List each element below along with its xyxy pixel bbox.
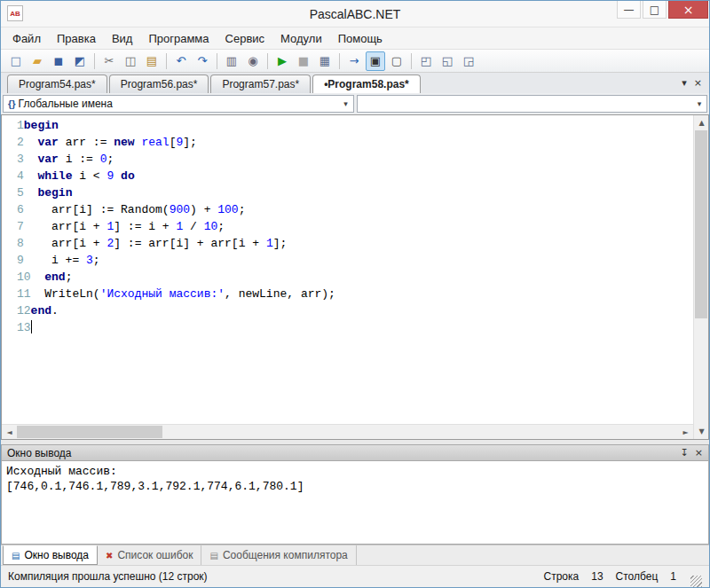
line-number: 1 [2,117,24,134]
window-code-icon[interactable]: ◰ [416,51,436,71]
code-line[interactable]: 7 arr[i + 1] := i + 1 / 10; [2,218,693,235]
code-line[interactable]: 8 arr[i + 2] := arr[i] + arr[i + 1]; [2,235,693,252]
output-panel-controls: ↧ × [681,447,703,459]
vertical-scroll-track[interactable] [694,130,708,424]
output-line: [746,0.1,746.1,789,3.1,792.1,774,6.1,780… [6,479,704,494]
search-icon[interactable]: ◉ [243,51,263,71]
tab-bar-controls: ▾ × [682,73,709,93]
run-icon[interactable]: ▶ [272,51,292,71]
minimize-button[interactable]: — [617,1,641,19]
new-file-icon[interactable]: □ [6,51,26,71]
undo-icon[interactable]: ↶ [171,51,191,71]
close-panel-icon[interactable]: × [695,447,703,459]
code-line[interactable]: 11 WriteLn('Исходный массив:', newLine, … [2,286,693,302]
vertical-scrollbar[interactable]: ▲ ▼ [693,115,708,439]
cut-icon[interactable]: ✂ [99,51,119,71]
app-icon-text: AB [10,10,20,18]
code-area[interactable]: 1begin2 var arr := new real[9];3 var i :… [2,115,693,424]
copy-icon[interactable]: ◫ [121,51,140,71]
code-line[interactable]: 10 end; [2,269,693,286]
bottom-tab-output[interactable]: ▤Окно вывода [3,545,98,565]
editor-area: 1begin2 var arr := new real[9];3 var i :… [1,114,709,440]
maximize-button[interactable]: □ [643,1,667,19]
save-icon[interactable]: ◼ [49,51,68,71]
code-line[interactable]: 4 while i < 9 do [2,168,693,184]
code-line[interactable]: 6 arr[i] := Random(900) + 100; [2,201,693,218]
scope-combobox[interactable]: {} Глобальные имена ▾ [3,95,354,113]
code-line[interactable]: 13 [2,319,693,336]
document-tab[interactable]: •Program58.pas* [312,74,421,93]
stop-icon[interactable]: ■ [294,51,313,71]
code-text: var arr := new real[9]; [24,134,693,151]
text-caret [31,320,32,333]
app-icon: AB [7,5,23,21]
step-icon[interactable]: → [344,51,364,71]
tab-list-chevron-icon[interactable]: ▾ [682,77,687,89]
scroll-left-icon[interactable]: ◄ [2,425,17,440]
code-text: begin [24,117,693,134]
menu-item[interactable]: Модули [272,29,330,48]
compiler-messages-icon: ▤ [209,551,217,561]
menu-item[interactable]: Файл [4,29,49,48]
output-panel-title: Окно вывода [7,447,72,459]
scroll-up-icon[interactable]: ▲ [694,115,709,130]
compile-icon[interactable]: ▦ [315,51,335,71]
member-combobox[interactable]: ▾ [357,95,708,113]
output-panel-header: Окно вывода ↧ × [1,444,709,461]
code-line[interactable]: 5 begin [2,184,693,201]
scroll-right-icon[interactable]: ► [678,425,693,440]
code-line[interactable]: 9 i += 3; [2,252,693,269]
save-all-icon[interactable]: ◩ [70,51,90,71]
window-layout-icon[interactable]: ◲ [459,51,478,71]
code-line[interactable]: 1begin [2,117,693,134]
close-tab-icon[interactable]: × [694,77,702,89]
bottom-tab-errors[interactable]: ✖Список ошибок [98,545,201,565]
output-content[interactable]: Исходный массив:[746,0.1,746.1,789,3.1,7… [1,461,709,545]
line-number: 9 [2,252,24,269]
bottom-tab-bar: ▤Окно вывода✖Список ошибок▤Сообщения ком… [1,545,709,565]
scope-combobox-value: Глобальные имена [19,98,339,110]
code-line[interactable]: 3 var i := 0; [2,151,693,168]
menu-item[interactable]: Сервис [217,29,273,48]
print-icon[interactable]: ▥ [222,51,241,71]
editor-main: 1begin2 var arr := new real[9];3 var i :… [2,115,693,439]
code-text [31,319,693,336]
line-label: Строка [544,570,580,583]
toolbar-separator [217,53,217,69]
close-button[interactable]: × [668,1,708,19]
bottom-tab-compiler-messages[interactable]: ▤Сообщения компилятора [201,545,356,565]
resize-grip[interactable] [690,576,702,587]
vertical-scroll-thumb[interactable] [695,130,707,318]
menu-item[interactable]: Вид [104,29,141,48]
horizontal-scroll-track[interactable] [17,425,678,439]
document-tab[interactable]: Program56.pas* [109,74,209,93]
menu-item[interactable]: Программа [140,29,217,48]
output-window-toggle-icon[interactable]: ▣ [366,51,385,71]
chevron-down-icon[interactable]: ▾ [339,99,353,108]
code-line[interactable]: 2 var arr := new real[9]; [2,134,693,151]
console-icon[interactable]: ▢ [387,51,406,71]
paste-icon[interactable]: ▤ [142,51,162,71]
document-tab[interactable]: Program54.pas* [7,74,107,93]
toolbar-separator [94,53,95,69]
bottom-tab-label: Окно вывода [24,549,89,561]
open-icon[interactable]: ▰ [28,51,47,71]
document-tab[interactable]: Program57.pas* [210,74,311,93]
horizontal-scrollbar[interactable]: ◄ ► [2,424,693,439]
code-text: WriteLn('Исходный массив:', newLine, arr… [31,286,693,302]
menu-item[interactable]: Помощь [330,29,390,48]
chevron-down-icon[interactable]: ▾ [692,99,706,108]
toolbar-separator [267,53,268,69]
code-line[interactable]: 12end. [2,302,693,319]
window-title: PascalABC.NET [1,7,709,21]
horizontal-scroll-thumb[interactable] [17,426,162,438]
scroll-down-icon[interactable]: ▼ [694,424,709,439]
code-text: end; [31,269,693,286]
pin-icon[interactable]: ↧ [681,447,689,459]
line-value: 13 [591,570,603,583]
redo-icon[interactable]: ↷ [193,51,212,71]
line-number: 3 [2,151,24,168]
error-list-icon: ✖ [106,551,113,561]
menu-item[interactable]: Правка [49,29,104,48]
window-design-icon[interactable]: ◱ [438,51,457,71]
